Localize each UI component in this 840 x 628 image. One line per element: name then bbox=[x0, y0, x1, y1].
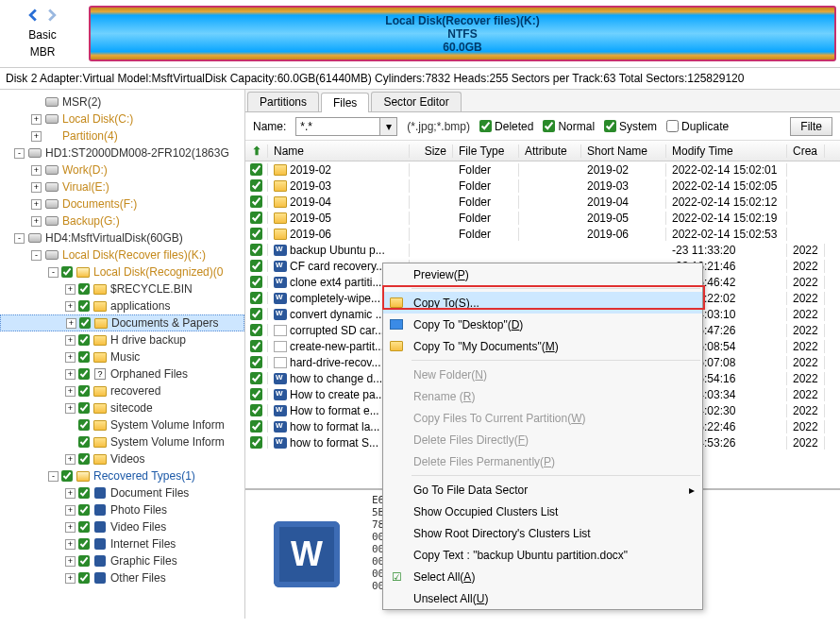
chk-deleted[interactable]: Deleted bbox=[479, 120, 533, 133]
tree-item[interactable]: +Photo Files bbox=[0, 501, 244, 518]
expander-icon[interactable]: + bbox=[31, 131, 42, 142]
expander-icon[interactable]: - bbox=[14, 148, 25, 159]
tree-item[interactable]: -Local Disk(Recover files)(K:) bbox=[0, 246, 244, 263]
tree-item[interactable]: MSR(2) bbox=[0, 93, 244, 110]
row-checkbox[interactable] bbox=[250, 244, 262, 256]
tree-item[interactable]: +H drive backup bbox=[0, 331, 244, 348]
tree-checkbox[interactable] bbox=[78, 487, 90, 499]
tab-sector-editor[interactable]: Sector Editor bbox=[371, 92, 461, 111]
tree-checkbox[interactable] bbox=[78, 385, 90, 397]
expander-icon[interactable]: + bbox=[31, 165, 42, 176]
tree-item[interactable]: +Other Files bbox=[0, 569, 244, 586]
tree-checkbox[interactable] bbox=[61, 470, 73, 482]
tree-item[interactable]: +applications bbox=[0, 297, 244, 314]
tree-item[interactable]: -HD4:MsftVirtualDisk(60GB) bbox=[0, 229, 244, 246]
expander-icon[interactable]: + bbox=[31, 216, 42, 227]
expander-icon[interactable]: + bbox=[65, 403, 76, 414]
ctx-root-clusters[interactable]: Show Root Directory's Clusters List bbox=[383, 522, 702, 544]
nav-back-icon[interactable] bbox=[26, 8, 40, 25]
file-row[interactable]: 2019-04Folder2019-042022-02-14 15:02:12 bbox=[245, 194, 840, 210]
col-shortname[interactable]: Short Name bbox=[581, 144, 666, 158]
tree-checkbox[interactable] bbox=[78, 572, 90, 584]
tree-item[interactable]: +Virual(E:) bbox=[0, 178, 244, 195]
expander-icon[interactable]: + bbox=[65, 556, 76, 567]
row-checkbox[interactable] bbox=[250, 404, 262, 416]
tree-checkbox[interactable] bbox=[78, 351, 90, 363]
expander-icon[interactable]: + bbox=[65, 522, 76, 533]
ctx-unselect-all[interactable]: Unselect All(U) bbox=[383, 587, 702, 609]
col-attr[interactable]: Attribute bbox=[519, 144, 581, 158]
tree-item[interactable]: +Graphic Files bbox=[0, 552, 244, 569]
expander-icon[interactable]: + bbox=[66, 318, 76, 329]
expander-icon[interactable]: + bbox=[65, 573, 76, 584]
expander-icon[interactable]: + bbox=[31, 114, 42, 125]
col-type[interactable]: File Type bbox=[453, 144, 519, 158]
expander-icon[interactable]: + bbox=[65, 488, 76, 499]
row-checkbox[interactable] bbox=[250, 195, 262, 208]
tree-checkbox[interactable] bbox=[78, 368, 90, 380]
ctx-copy-desktop[interactable]: Copy To "Desktop"(D) bbox=[383, 314, 702, 335]
row-checkbox[interactable] bbox=[250, 420, 262, 433]
file-row[interactable]: 2019-03Folder2019-032022-02-14 15:02:05 bbox=[245, 178, 840, 194]
tab-files[interactable]: Files bbox=[321, 93, 369, 112]
ctx-select-all[interactable]: ☑Select All(A) bbox=[383, 566, 702, 587]
col-name[interactable]: Name bbox=[268, 144, 410, 158]
ctx-copy-text[interactable]: Copy Text : "backup Ubuntu partition.doc… bbox=[383, 544, 702, 566]
expander-icon[interactable]: - bbox=[31, 250, 42, 261]
row-checkbox[interactable] bbox=[250, 179, 262, 192]
ctx-copy-mydocs[interactable]: Copy To "My Documents"(M) bbox=[383, 335, 702, 357]
file-row[interactable]: 2019-02Folder2019-022022-02-14 15:02:01 bbox=[245, 161, 840, 178]
file-row[interactable]: 2019-05Folder2019-052022-02-14 15:02:19 bbox=[245, 210, 840, 226]
tree-item[interactable]: +recovered bbox=[0, 382, 244, 399]
expander-icon[interactable]: - bbox=[14, 233, 25, 244]
ctx-copy-to[interactable]: Copy To(S)... bbox=[383, 292, 702, 314]
tree-item[interactable]: +?Orphaned Files bbox=[0, 365, 244, 382]
name-filter-input[interactable] bbox=[295, 117, 380, 136]
chk-duplicate[interactable]: Duplicate bbox=[666, 120, 729, 133]
tree-checkbox[interactable] bbox=[78, 283, 90, 295]
file-row[interactable]: 2019-06Folder2019-062022-02-14 15:02:53 bbox=[245, 226, 840, 242]
row-checkbox[interactable] bbox=[250, 276, 262, 288]
tree-item[interactable]: +Music bbox=[0, 348, 244, 365]
row-checkbox[interactable] bbox=[250, 228, 262, 240]
row-checkbox[interactable] bbox=[250, 260, 262, 272]
row-checkbox[interactable] bbox=[250, 340, 262, 352]
tree-checkbox[interactable] bbox=[78, 504, 90, 516]
row-checkbox[interactable] bbox=[250, 292, 262, 304]
row-checkbox[interactable] bbox=[250, 163, 262, 176]
tree-item[interactable]: +Videos bbox=[0, 450, 244, 467]
tree-item[interactable]: +Video Files bbox=[0, 518, 244, 535]
tree-item[interactable]: -Local Disk(Recognized)(0 bbox=[0, 263, 244, 280]
row-checkbox[interactable] bbox=[250, 308, 262, 320]
expander-icon[interactable]: + bbox=[65, 505, 76, 516]
file-row[interactable]: backup Ubuntu p...-23 11:33:202022 bbox=[245, 242, 840, 258]
chk-normal[interactable]: Normal bbox=[543, 120, 595, 133]
tree-checkbox[interactable] bbox=[78, 436, 90, 448]
tree-item[interactable]: +Document Files bbox=[0, 484, 244, 501]
tree-checkbox[interactable] bbox=[61, 266, 73, 278]
expander-icon[interactable]: - bbox=[48, 471, 59, 482]
expander-icon[interactable]: + bbox=[65, 454, 76, 465]
expander-icon[interactable]: + bbox=[31, 182, 42, 193]
grid-header[interactable]: ⬆ Name Size File Type Attribute Short Na… bbox=[245, 141, 840, 161]
tree-item[interactable]: +Documents(F:) bbox=[0, 195, 244, 212]
tree-checkbox[interactable] bbox=[79, 317, 91, 329]
expander-icon[interactable]: + bbox=[65, 335, 76, 346]
tree-item[interactable]: +Documents & Papers bbox=[0, 314, 244, 331]
row-checkbox[interactable] bbox=[250, 356, 262, 368]
ctx-preview[interactable]: Preview(P) bbox=[383, 263, 702, 285]
tree-checkbox[interactable] bbox=[78, 334, 90, 346]
tree-item[interactable]: +Partition(4) bbox=[0, 127, 244, 144]
col-modify[interactable]: Modify Time bbox=[666, 144, 787, 158]
name-filter-dropdown-icon[interactable]: ▾ bbox=[380, 117, 397, 136]
tree-checkbox[interactable] bbox=[78, 419, 90, 431]
tree-checkbox[interactable] bbox=[78, 453, 90, 465]
expander-icon[interactable]: + bbox=[65, 369, 76, 380]
expander-icon[interactable]: + bbox=[65, 352, 76, 363]
up-arrow-icon[interactable]: ⬆ bbox=[251, 144, 261, 158]
expander-icon[interactable]: + bbox=[31, 199, 42, 210]
expander-icon[interactable]: + bbox=[65, 539, 76, 550]
tree-checkbox[interactable] bbox=[78, 538, 90, 550]
nav-forward-icon[interactable] bbox=[45, 8, 59, 25]
col-size[interactable]: Size bbox=[410, 144, 453, 158]
